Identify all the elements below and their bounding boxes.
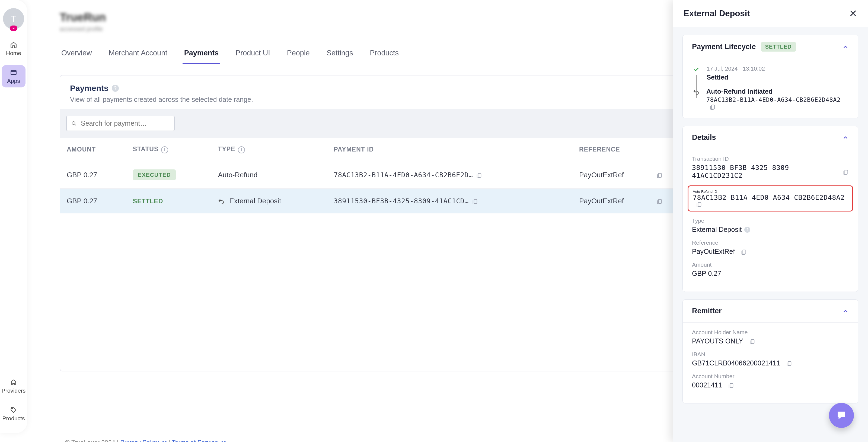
svg-point-2 bbox=[72, 121, 75, 124]
undo-icon[interactable] bbox=[218, 197, 224, 205]
sidebar-item-label: Products bbox=[2, 415, 25, 422]
products-icon bbox=[10, 406, 17, 413]
providers-icon bbox=[10, 378, 17, 386]
cell-type: External Deposit bbox=[211, 189, 327, 214]
field-key: IBAN bbox=[692, 351, 849, 358]
help-icon[interactable]: ? bbox=[744, 227, 750, 233]
field-value: 00021411 bbox=[692, 381, 849, 389]
avatar-dropdown-icon[interactable] bbox=[10, 26, 18, 31]
copy-icon[interactable] bbox=[786, 359, 792, 367]
details-title: Details bbox=[692, 133, 716, 142]
tab-overview[interactable]: Overview bbox=[60, 43, 94, 64]
svg-rect-14 bbox=[730, 384, 733, 388]
svg-rect-0 bbox=[11, 70, 16, 75]
copy-icon[interactable] bbox=[710, 103, 716, 110]
info-icon[interactable]: i bbox=[238, 146, 245, 153]
svg-point-1 bbox=[12, 408, 12, 409]
tab-productui[interactable]: Product UI bbox=[234, 43, 272, 64]
copy-icon[interactable] bbox=[728, 381, 734, 389]
search-input-wrap[interactable] bbox=[66, 116, 175, 131]
svg-rect-13 bbox=[788, 362, 791, 366]
svg-rect-4 bbox=[478, 173, 481, 177]
search-icon bbox=[71, 121, 77, 126]
field-key: Account Number bbox=[692, 373, 849, 380]
sidebar-item-providers[interactable]: Providers bbox=[2, 375, 26, 397]
svg-rect-6 bbox=[474, 200, 477, 204]
avatar[interactable]: T bbox=[3, 8, 24, 29]
details-section: Details Transaction ID38911530-BF3B-4325… bbox=[682, 126, 858, 292]
sidebar-item-label: Home bbox=[6, 50, 21, 56]
cell-status: EXECUTED bbox=[126, 161, 212, 189]
check-icon bbox=[692, 65, 701, 72]
close-icon[interactable]: ✕ bbox=[849, 9, 857, 19]
copy-icon[interactable] bbox=[472, 197, 478, 205]
col-amount: AMOUNT bbox=[60, 138, 126, 161]
info-icon[interactable]: i bbox=[161, 146, 168, 153]
cell-payment-id: 78AC13B2-B11A-4ED0-A634-CB2B6E2D… bbox=[327, 161, 572, 189]
svg-rect-5 bbox=[658, 173, 661, 177]
cell-amount: GBP 0.27 bbox=[60, 161, 126, 189]
chevron-up-icon[interactable] bbox=[842, 44, 849, 50]
lifecycle-section: Payment Lifecycle SETTLED 17 Jul, 2024 -… bbox=[682, 35, 858, 118]
chevron-up-icon[interactable] bbox=[842, 135, 849, 141]
svg-rect-7 bbox=[658, 200, 661, 204]
col-status: STATUSi bbox=[126, 138, 212, 161]
cell-status: SETTLED bbox=[126, 189, 212, 214]
remitter-title: Remitter bbox=[692, 307, 722, 315]
svg-rect-10 bbox=[698, 203, 701, 207]
field-value: External Deposit? bbox=[692, 226, 849, 234]
help-icon[interactable]: ? bbox=[112, 85, 119, 92]
timeline-label: Settled bbox=[707, 73, 765, 81]
remitter-section: Remitter Account Holder NamePAYOUTS ONLY… bbox=[682, 299, 858, 404]
col-payment-id: PAYMENT ID bbox=[327, 138, 572, 161]
timeline-sub: 78AC13B2-B11A-4ED0-A634-CB2B6E2D48A2 bbox=[706, 96, 849, 110]
cell-type: Auto-Refund bbox=[211, 161, 327, 189]
chevron-up-icon[interactable] bbox=[842, 308, 849, 315]
copy-icon[interactable] bbox=[656, 197, 662, 205]
field-key: Auto-Refund ID bbox=[693, 189, 848, 194]
field-value: 38911530-BF3B-4325-8309-41AC1CD231C2 bbox=[692, 164, 849, 179]
field-value: PAYOUTS ONLY bbox=[692, 337, 849, 345]
cell-payment-id: 38911530-BF3B-4325-8309-41AC1CD… bbox=[327, 189, 572, 214]
svg-rect-8 bbox=[712, 105, 714, 109]
status-badge: SETTLED bbox=[761, 42, 796, 52]
col-type: TYPEi bbox=[211, 138, 327, 161]
tab-settings[interactable]: Settings bbox=[325, 43, 355, 64]
tab-payments[interactable]: Payments bbox=[183, 43, 220, 64]
highlighted-field: Auto-Refund ID78AC13B2-B11A-4ED0-A634-CB… bbox=[688, 185, 853, 211]
field-key: Transaction ID bbox=[692, 155, 849, 162]
copy-icon[interactable] bbox=[696, 202, 702, 207]
svg-rect-12 bbox=[751, 340, 754, 344]
detail-panel: External Deposit ✕ Payment Lifecycle SET… bbox=[673, 0, 868, 442]
field-key: Reference bbox=[692, 239, 849, 246]
timeline-label: Auto-Refund Initiated bbox=[706, 88, 849, 95]
copy-icon[interactable] bbox=[741, 247, 747, 256]
field-value: 78AC13B2-B11A-4ED0-A634-CB2B6E2D48A2 bbox=[693, 194, 848, 207]
lifecycle-title: Payment Lifecycle bbox=[692, 42, 756, 51]
panel-title: External Deposit bbox=[684, 9, 750, 19]
field-key: Amount bbox=[692, 261, 849, 268]
sidebar-item-products[interactable]: Products bbox=[2, 403, 26, 425]
field-value: PayOutExtRef bbox=[692, 247, 849, 256]
sidebar-item-home[interactable]: Home bbox=[2, 37, 26, 60]
sidebar-item-label: Apps bbox=[7, 78, 20, 84]
tab-products[interactable]: Products bbox=[368, 43, 400, 64]
privacy-link[interactable]: Privacy Policy bbox=[120, 439, 168, 442]
tab-people[interactable]: People bbox=[285, 43, 311, 64]
tab-merchant[interactable]: Merchant Account bbox=[107, 43, 169, 64]
footer: © TrueLayer 2024 | Privacy Policy | Term… bbox=[65, 439, 226, 442]
chat-fab[interactable] bbox=[829, 403, 854, 428]
copy-icon[interactable] bbox=[749, 337, 755, 345]
copy-icon[interactable] bbox=[843, 168, 849, 176]
cell-amount: GBP 0.27 bbox=[60, 189, 126, 214]
copy-icon[interactable] bbox=[656, 171, 662, 179]
terms-link[interactable]: Terms of Service bbox=[172, 439, 226, 442]
search-input[interactable] bbox=[81, 119, 170, 127]
sidebar-item-apps[interactable]: Apps bbox=[2, 65, 26, 87]
external-link-icon bbox=[162, 439, 167, 442]
field-value: GB71CLRB04066200021411 bbox=[692, 359, 849, 367]
field-key: Type bbox=[692, 217, 849, 224]
copy-icon[interactable] bbox=[476, 171, 482, 179]
avatar-letter: T bbox=[11, 14, 16, 24]
sidebar-item-label: Providers bbox=[2, 387, 26, 394]
